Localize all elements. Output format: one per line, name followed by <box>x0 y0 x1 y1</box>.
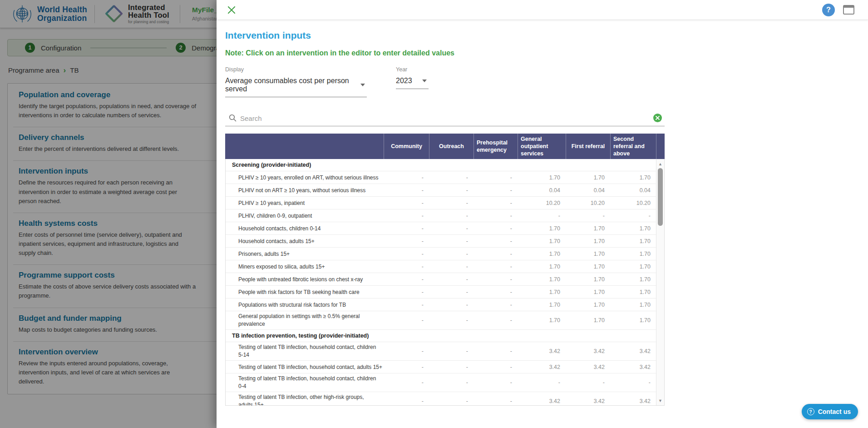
table-row[interactable]: Testing of latent TB infection, househol… <box>226 342 656 361</box>
cell-value[interactable]: - <box>474 213 518 219</box>
row-label[interactable]: Household contacts, children 0-14 <box>226 225 384 232</box>
cell-value[interactable]: 1.70 <box>611 251 656 257</box>
cell-value[interactable]: - <box>429 200 474 206</box>
row-label[interactable]: Populations with structural risk factors… <box>226 302 384 308</box>
row-label[interactable]: PLHIV ≥ 10 years, inpatient <box>226 200 384 206</box>
cell-value[interactable]: 1.70 <box>611 302 656 308</box>
cell-value[interactable]: - <box>474 225 518 232</box>
cell-value[interactable]: - <box>611 213 656 219</box>
cell-value[interactable]: - <box>474 187 518 194</box>
cell-value[interactable]: - <box>429 348 474 354</box>
scrollbar-thumb[interactable] <box>658 168 663 226</box>
cell-value[interactable]: - <box>384 364 429 370</box>
cell-value[interactable]: - <box>474 276 518 283</box>
table-row[interactable]: People with untreated fibrotic lesions o… <box>226 273 656 286</box>
cell-value[interactable]: - <box>384 348 429 354</box>
cell-value[interactable]: - <box>474 317 518 323</box>
row-label[interactable]: People with untreated fibrotic lesions o… <box>226 276 384 283</box>
cell-value[interactable]: 1.70 <box>566 264 611 270</box>
cell-value[interactable]: - <box>429 187 474 194</box>
cell-value[interactable]: - <box>518 213 566 219</box>
cell-value[interactable]: - <box>474 264 518 270</box>
cell-value[interactable]: 1.70 <box>566 289 611 295</box>
cell-value[interactable]: 0.04 <box>518 187 566 194</box>
cell-value[interactable]: - <box>429 225 474 232</box>
cell-value[interactable]: - <box>474 379 518 386</box>
cell-value[interactable]: - <box>429 264 474 270</box>
cell-value[interactable]: - <box>384 398 429 404</box>
cell-value[interactable]: - <box>474 364 518 370</box>
table-row[interactable]: PLHIV ≥ 10 years, inpatient---10.2010.20… <box>226 197 656 209</box>
cell-value[interactable]: 1.70 <box>611 238 656 244</box>
scroll-up-icon[interactable]: ▲ <box>656 162 664 166</box>
cell-value[interactable]: 1.70 <box>518 174 566 181</box>
row-label[interactable]: Household contacts, adults 15+ <box>226 238 384 244</box>
cell-value[interactable]: 1.70 <box>518 238 566 244</box>
cell-value[interactable]: - <box>384 238 429 244</box>
window-button[interactable] <box>843 5 854 15</box>
cell-value[interactable]: - <box>474 398 518 404</box>
cell-value[interactable]: - <box>474 251 518 257</box>
cell-value[interactable]: 1.70 <box>566 174 611 181</box>
row-label[interactable]: Prisoners, adults 15+ <box>226 251 384 257</box>
row-label[interactable]: Testing of latent TB infection, househol… <box>226 343 384 359</box>
table-row[interactable]: General population in settings with ≥ 0.… <box>226 311 656 330</box>
cell-value[interactable]: - <box>384 225 429 232</box>
cell-value[interactable]: 1.70 <box>518 276 566 283</box>
cell-value[interactable]: - <box>429 213 474 219</box>
cell-value[interactable]: 10.20 <box>518 200 566 206</box>
table-row[interactable]: Testing of latent TB infection, other hi… <box>226 392 656 406</box>
cell-value[interactable]: - <box>429 364 474 370</box>
table-row[interactable]: PLHIV not on ART ≥ 10 years, without ser… <box>226 184 656 197</box>
cell-value[interactable]: 1.70 <box>611 264 656 270</box>
year-value[interactable]: 2023 <box>396 77 412 85</box>
cell-value[interactable]: 1.70 <box>518 317 566 323</box>
cell-value[interactable]: 3.42 <box>611 398 656 404</box>
cell-value[interactable]: - <box>474 302 518 308</box>
cell-value[interactable]: 3.42 <box>566 364 611 370</box>
cell-value[interactable]: 10.20 <box>566 200 611 206</box>
cell-value[interactable]: - <box>611 379 656 386</box>
cell-value[interactable]: - <box>429 317 474 323</box>
cell-value[interactable]: 3.42 <box>518 364 566 370</box>
cell-value[interactable]: - <box>518 379 566 386</box>
cell-value[interactable]: - <box>384 317 429 323</box>
cell-value[interactable]: - <box>429 174 474 181</box>
cell-value[interactable]: - <box>566 213 611 219</box>
table-row[interactable]: Testing of latent TB infection, househol… <box>226 361 656 373</box>
cell-value[interactable]: - <box>384 213 429 219</box>
cell-value[interactable]: 1.70 <box>611 317 656 323</box>
table-scrollbar[interactable]: ▲ ▼ <box>656 159 664 405</box>
cell-value[interactable]: - <box>429 276 474 283</box>
cell-value[interactable]: - <box>429 238 474 244</box>
cell-value[interactable]: 1.70 <box>518 302 566 308</box>
cell-value[interactable]: 0.04 <box>566 187 611 194</box>
cell-value[interactable]: - <box>429 289 474 295</box>
table-row[interactable]: PLHIV, children 0-9, outpatient------ <box>226 209 656 222</box>
cell-value[interactable]: - <box>474 174 518 181</box>
cell-value[interactable]: 3.42 <box>611 364 656 370</box>
cell-value[interactable]: - <box>474 238 518 244</box>
table-row[interactable]: Testing of latent TB infection, househol… <box>226 373 656 392</box>
table-row[interactable]: Prisoners, adults 15+---1.701.701.70 <box>226 248 656 260</box>
cell-value[interactable]: - <box>384 289 429 295</box>
table-row[interactable]: PLHIV ≥ 10 years, enrolled on ART, witho… <box>226 171 656 184</box>
cell-value[interactable]: - <box>384 264 429 270</box>
cell-value[interactable]: 1.70 <box>611 276 656 283</box>
close-button[interactable] <box>227 6 236 14</box>
cell-value[interactable]: - <box>429 302 474 308</box>
table-row[interactable]: Populations with structural risk factors… <box>226 299 656 311</box>
cell-value[interactable]: 1.70 <box>566 317 611 323</box>
cell-value[interactable]: - <box>384 276 429 283</box>
row-label[interactable]: Testing of latent TB infection, househol… <box>226 364 384 370</box>
contact-us-button[interactable]: ? Contact us <box>802 404 858 419</box>
cell-value[interactable]: - <box>474 200 518 206</box>
year-select[interactable]: Year 2023 <box>396 66 429 97</box>
row-label[interactable]: PLHIV not on ART ≥ 10 years, without ser… <box>226 187 384 194</box>
cell-value[interactable]: - <box>384 200 429 206</box>
cell-value[interactable]: 3.42 <box>566 398 611 404</box>
help-button[interactable]: ? <box>822 4 835 16</box>
table-row[interactable]: Miners exposed to silica, adults 15+---1… <box>226 260 656 273</box>
display-value[interactable]: Average consumables cost per person serv… <box>225 77 360 93</box>
cell-value[interactable]: - <box>384 251 429 257</box>
